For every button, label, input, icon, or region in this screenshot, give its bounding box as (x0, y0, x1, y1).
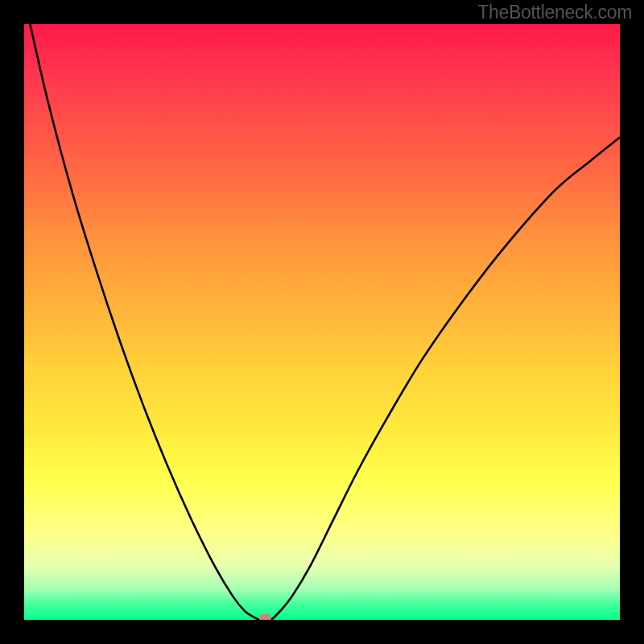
curve-path (30, 24, 620, 620)
chart-plot-area (24, 24, 620, 620)
watermark-text: TheBottleneck.com (477, 2, 632, 23)
bottleneck-curve (24, 24, 620, 620)
min-point-marker (259, 614, 271, 620)
